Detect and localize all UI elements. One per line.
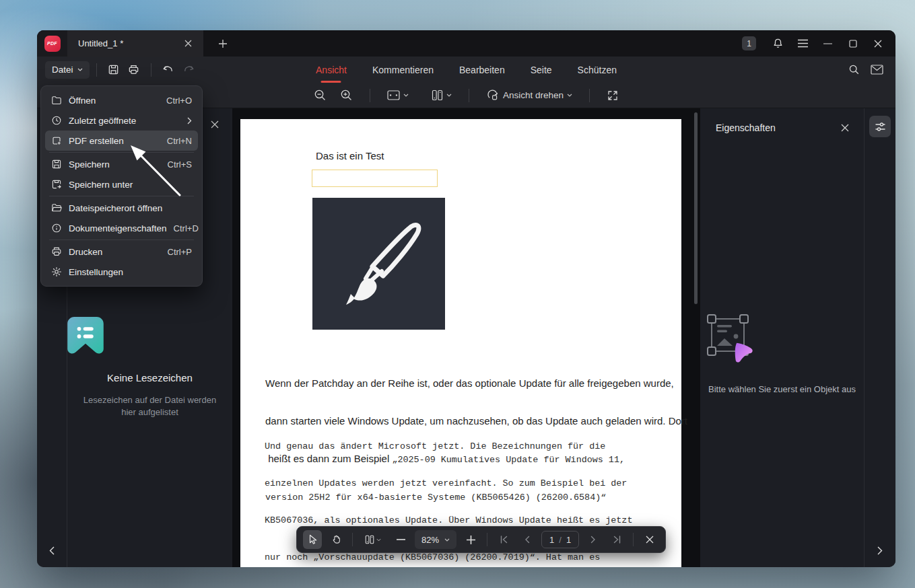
zoom-out-button[interactable]	[391, 530, 410, 549]
zoom-level-value: 82%	[421, 535, 439, 545]
titlebar-drag-area	[233, 30, 742, 57]
menu-item-shortcut: Ctrl+O	[166, 96, 192, 106]
tab-ansicht-label: Ansicht	[316, 65, 347, 75]
menu-item-einstellungen[interactable]: Einstellungen	[45, 262, 198, 282]
divider	[487, 533, 487, 546]
paragraph2-line1: Und genau das ändert Microsoft jetzt. Di…	[265, 441, 638, 453]
fit-width-icon	[387, 90, 400, 100]
notification-count-badge[interactable]: 1	[742, 36, 756, 50]
divider	[589, 89, 590, 102]
bookmarks-empty-state: Keine Lesezeichen Lesezeichen auf der Da…	[67, 317, 232, 418]
menu-separator	[49, 152, 194, 153]
menu-item-oeffnen[interactable]: Öffnen Ctrl+O	[45, 90, 198, 110]
tab-ansicht[interactable]: Ansicht	[314, 62, 348, 78]
page-layout-button[interactable]	[428, 86, 455, 105]
menu-item-speichern[interactable]: Speichern Ctrl+S	[45, 154, 198, 174]
tab-close-icon[interactable]	[180, 36, 195, 51]
tab-seite-label: Seite	[531, 65, 552, 75]
ribbon-tabs: Ansicht Kommentieren Bearbeiten Seite Sc…	[314, 57, 618, 83]
page-view-mode-button[interactable]	[360, 530, 386, 549]
paintbrush-icon	[332, 217, 426, 311]
close-bookmarks-panel-button[interactable]	[207, 116, 223, 133]
bell-icon[interactable]	[766, 31, 790, 57]
page-number-input[interactable]: 1 / 1	[541, 531, 579, 548]
close-window-button[interactable]	[865, 31, 890, 57]
save-button[interactable]	[104, 61, 124, 79]
last-page-button[interactable]	[607, 530, 626, 549]
tab-schuetzen-label: Schützen	[578, 65, 617, 75]
desktop: { "titlebar": { "tab_title": "Untitled_1…	[0, 0, 915, 588]
first-page-button[interactable]	[494, 530, 513, 549]
hamburger-menu-icon[interactable]	[790, 31, 815, 57]
divider	[469, 89, 469, 102]
tab-schuetzen[interactable]: Schützen	[576, 62, 618, 78]
properties-placeholder-text: Bitte wählen Sie zuerst ein Objekt aus	[700, 384, 864, 394]
form-text-field[interactable]	[312, 170, 438, 187]
redo-button[interactable]	[178, 61, 199, 79]
two-page-view-icon	[432, 89, 443, 101]
file-menu-button-label: Datei	[52, 65, 73, 75]
next-page-button[interactable]	[584, 530, 603, 549]
zoom-out-button[interactable]	[310, 86, 330, 105]
menu-item-label: PDF erstellen	[69, 136, 160, 146]
search-icon[interactable]	[848, 64, 860, 75]
file-menu-dropdown: Öffnen Ctrl+O Zuletzt geöffnete PDF erst…	[40, 85, 203, 287]
menu-item-label: Dateispeicherort öffnen	[69, 203, 185, 213]
page-separator: /	[559, 535, 562, 545]
document-viewport[interactable]: Das ist ein Test Wenn der Patchday an de…	[232, 108, 700, 567]
menu-separator	[49, 196, 194, 196]
chevron-down-icon	[376, 538, 381, 542]
divider	[151, 63, 151, 77]
fullscreen-button[interactable]	[603, 86, 622, 105]
select-object-placeholder-icon	[700, 307, 762, 369]
menu-item-speichern-unter[interactable]: Speichern unter	[45, 174, 198, 194]
pdf-page: Das ist ein Test Wenn der Patchday an de…	[240, 119, 681, 567]
zoom-in-button[interactable]	[461, 530, 480, 549]
properties-panel-title: Eigenschaften	[716, 122, 776, 133]
menu-item-shortcut: Ctrl+N	[167, 136, 192, 146]
menu-item-label: Öffnen	[69, 96, 160, 106]
file-menu-button[interactable]: Datei	[45, 61, 90, 79]
collapse-left-panel-button[interactable]	[43, 542, 61, 559]
close-properties-panel-button[interactable]	[837, 120, 853, 136]
zoom-in-button[interactable]	[337, 86, 356, 105]
folder-icon	[51, 95, 62, 106]
sliders-icon	[875, 121, 886, 133]
brush-image-object[interactable]	[312, 198, 445, 330]
menu-item-zuletzt-geoeffnete[interactable]: Zuletzt geöffnete	[45, 110, 198, 131]
mail-icon[interactable]	[871, 65, 883, 75]
fit-width-button[interactable]	[384, 86, 412, 105]
menu-item-dokumenteigenschaften[interactable]: Dokumenteigenschaften Ctrl+D	[45, 218, 198, 238]
clock-icon	[51, 115, 62, 126]
submenu-arrow-icon	[187, 117, 192, 124]
vertical-scrollbar-thumb[interactable]	[694, 112, 698, 304]
properties-toggle-button[interactable]	[869, 116, 891, 137]
maximize-button[interactable]	[840, 31, 865, 57]
info-icon	[51, 223, 62, 233]
hand-tool-button[interactable]	[327, 530, 345, 549]
menu-item-drucken[interactable]: Drucken Ctrl+P	[45, 242, 198, 262]
tab-kommentieren[interactable]: Kommentieren	[371, 62, 435, 78]
menu-item-pdf-erstellen[interactable]: PDF erstellen Ctrl+N	[45, 131, 198, 151]
collapse-right-panel-button[interactable]	[871, 542, 889, 559]
document-tab[interactable]: Untitled_1 *	[67, 30, 203, 57]
document-tab-title: Untitled_1 *	[78, 38, 175, 48]
menu-item-shortcut: Ctrl+P	[168, 247, 192, 257]
menu-item-dateispeicherort-oeffnen[interactable]: Dateispeicherort öffnen	[45, 198, 198, 218]
print-button[interactable]	[124, 61, 144, 79]
tab-seite[interactable]: Seite	[529, 62, 553, 78]
new-tab-button[interactable]	[213, 30, 233, 57]
chevron-down-icon	[444, 538, 450, 542]
rotate-view-button[interactable]: Ansicht drehen	[483, 86, 576, 105]
minimize-button[interactable]	[815, 31, 840, 57]
divider	[352, 533, 353, 546]
zoom-level-select[interactable]: 82%	[415, 530, 456, 549]
properties-empty-state: Bitte wählen Sie zuerst ein Objekt aus	[700, 307, 864, 394]
previous-page-button[interactable]	[518, 530, 537, 549]
undo-button[interactable]	[158, 61, 178, 79]
close-status-toolbar-button[interactable]	[640, 530, 659, 549]
menu-item-shortcut: Ctrl+D	[174, 223, 199, 233]
select-tool-button[interactable]	[303, 530, 322, 549]
tab-bearbeiten[interactable]: Bearbeiten	[458, 62, 506, 78]
folder-open-icon	[51, 203, 62, 213]
